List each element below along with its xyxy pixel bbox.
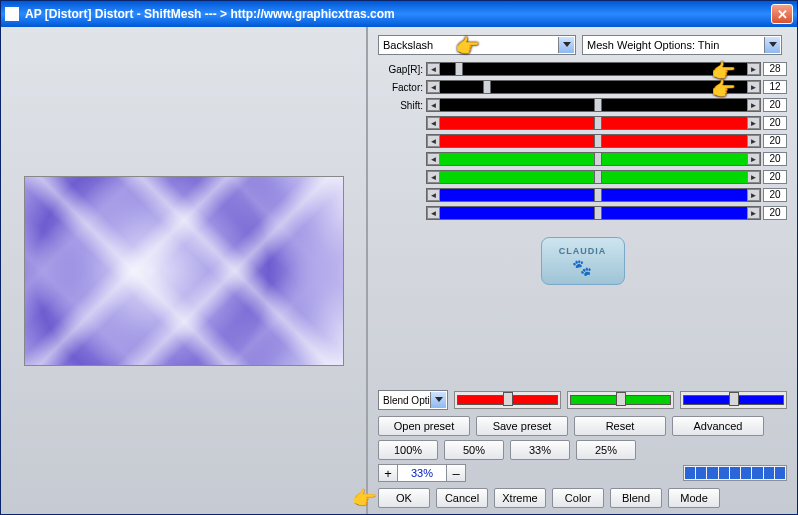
increment-arrow[interactable]: ► (747, 117, 760, 129)
increment-arrow[interactable]: ► (747, 81, 760, 93)
blend-options-dropdown[interactable]: Blend Opti (378, 390, 448, 410)
content-area: Backslash 👉 Mesh Weight Options: Thin Ga… (1, 27, 797, 514)
slider-row: ◄►20 (378, 187, 787, 203)
slider-track[interactable]: ◄► (426, 152, 761, 166)
zoom-value[interactable]: 33% (398, 464, 446, 482)
slider-value[interactable]: 20 (763, 134, 787, 148)
slider-thumb[interactable] (729, 392, 739, 406)
preview-panel (1, 27, 368, 514)
open-preset-button[interactable]: Open preset (378, 416, 470, 436)
zoom-out-button[interactable]: – (446, 464, 466, 482)
increment-arrow[interactable]: ► (747, 99, 760, 111)
decrement-arrow[interactable]: ◄ (427, 189, 440, 201)
slider-fill (440, 207, 747, 219)
slider-thumb[interactable] (503, 392, 513, 406)
ok-button[interactable]: OK (378, 488, 430, 508)
slider-fill (440, 63, 747, 75)
slider-value[interactable]: 20 (763, 116, 787, 130)
zoom-100-button[interactable]: 100% (378, 440, 438, 460)
blend-button[interactable]: Blend (610, 488, 662, 508)
slider-row: ◄►20 (378, 115, 787, 131)
reset-button[interactable]: Reset (574, 416, 666, 436)
increment-arrow[interactable]: ► (747, 135, 760, 147)
increment-arrow[interactable]: ► (747, 171, 760, 183)
slider-value[interactable]: 20 (763, 170, 787, 184)
slider-value[interactable]: 20 (763, 98, 787, 112)
slider-fill (440, 135, 747, 147)
decrement-arrow[interactable]: ◄ (427, 207, 440, 219)
mode-button[interactable]: Mode (668, 488, 720, 508)
slider-value[interactable]: 20 (763, 206, 787, 220)
claudia-badge: CLAUDIA 🐾 (541, 237, 625, 285)
top-dropdown-row: Backslash 👉 Mesh Weight Options: Thin (378, 35, 787, 55)
slider-thumb[interactable] (594, 188, 602, 202)
effect-preview[interactable] (24, 176, 344, 366)
blend-value: Blend Opti (383, 395, 430, 406)
blue-channel-slider[interactable] (680, 391, 787, 409)
slider-row: Shift:◄►20 (378, 97, 787, 113)
percent-button-row: 100% 50% 33% 25% (378, 440, 787, 460)
decrement-arrow[interactable]: ◄ (427, 81, 440, 93)
green-channel-slider[interactable] (567, 391, 674, 409)
color-button[interactable]: Color (552, 488, 604, 508)
slider-track[interactable]: ◄► (426, 98, 761, 112)
decrement-arrow[interactable]: ◄ (427, 117, 440, 129)
chevron-down-icon (558, 37, 574, 53)
slider-track[interactable]: ◄► (426, 188, 761, 202)
slider-thumb[interactable] (594, 98, 602, 112)
window-title: AP [Distort] Distort - ShiftMesh --- > h… (25, 7, 771, 21)
slider-row: ◄►20 (378, 151, 787, 167)
slider-value[interactable]: 12 (763, 80, 787, 94)
zoom-50-button[interactable]: 50% (444, 440, 504, 460)
slider-value[interactable]: 20 (763, 152, 787, 166)
app-icon (5, 7, 19, 21)
decrement-arrow[interactable]: ◄ (427, 99, 440, 111)
slider-track[interactable]: ◄►👉 (426, 80, 761, 94)
decrement-arrow[interactable]: ◄ (427, 135, 440, 147)
mesh-weight-dropdown[interactable]: Mesh Weight Options: Thin (582, 35, 782, 55)
increment-arrow[interactable]: ► (747, 189, 760, 201)
slider-label: Shift: (378, 100, 426, 111)
slider-thumb[interactable] (483, 80, 491, 94)
xtreme-button[interactable]: Xtreme (494, 488, 546, 508)
slider-value[interactable]: 20 (763, 188, 787, 202)
slider-thumb[interactable] (616, 392, 626, 406)
slider-thumb[interactable] (455, 62, 463, 76)
titlebar[interactable]: AP [Distort] Distort - ShiftMesh --- > h… (1, 1, 797, 27)
decrement-arrow[interactable]: ◄ (427, 171, 440, 183)
zoom-in-button[interactable]: + (378, 464, 398, 482)
increment-arrow[interactable]: ► (747, 63, 760, 75)
progress-bar (683, 465, 787, 481)
slider-thumb[interactable] (594, 170, 602, 184)
slider-thumb[interactable] (594, 134, 602, 148)
slider-row: ◄►20 (378, 169, 787, 185)
slider-row: ◄►20 (378, 205, 787, 221)
decrement-arrow[interactable]: ◄ (427, 63, 440, 75)
increment-arrow[interactable]: ► (747, 207, 760, 219)
zoom-25-button[interactable]: 25% (576, 440, 636, 460)
zoom-33-button[interactable]: 33% (510, 440, 570, 460)
close-button[interactable]: ✕ (771, 4, 793, 24)
cancel-button[interactable]: Cancel (436, 488, 488, 508)
slider-track[interactable]: ◄► (426, 134, 761, 148)
red-channel-slider[interactable] (454, 391, 561, 409)
slider-thumb[interactable] (594, 206, 602, 220)
slider-track[interactable]: ◄► (426, 206, 761, 220)
slider-track[interactable]: ◄►👉 (426, 62, 761, 76)
save-preset-button[interactable]: Save preset (476, 416, 568, 436)
chevron-down-icon (764, 37, 780, 53)
increment-arrow[interactable]: ► (747, 153, 760, 165)
chevron-down-icon (430, 392, 446, 408)
shape-dropdown[interactable]: Backslash 👉 (378, 35, 576, 55)
slider-track[interactable]: ◄► (426, 170, 761, 184)
sliders-group: Gap[R]:◄►👉28Factor:◄►👉12Shift:◄►20◄►20◄►… (378, 61, 787, 221)
slider-thumb[interactable] (594, 116, 602, 130)
decrement-arrow[interactable]: ◄ (427, 153, 440, 165)
badge-area: CLAUDIA 🐾 (378, 237, 787, 285)
slider-thumb[interactable] (594, 152, 602, 166)
slider-value[interactable]: 28 (763, 62, 787, 76)
slider-fill (440, 81, 747, 93)
slider-track[interactable]: ◄► (426, 116, 761, 130)
advanced-button[interactable]: Advanced (672, 416, 764, 436)
action-button-row: 👉 OK Cancel Xtreme Color Blend Mode (378, 488, 787, 508)
